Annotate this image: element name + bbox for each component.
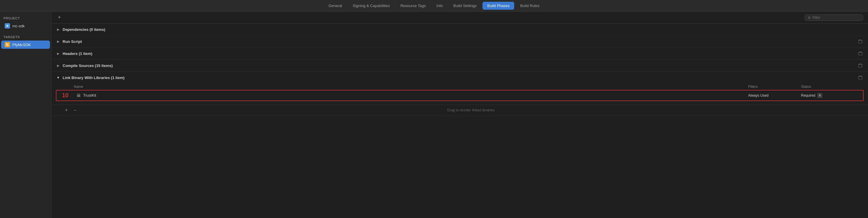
sidebar-item-project[interactable]: mc-sdk	[1, 22, 50, 30]
phase-link-binary: ▼ Link Binary With Libraries (1 item) Na…	[52, 72, 868, 116]
row-name-cell: 10 🏛 TrustKit	[62, 92, 748, 99]
tab-resource-tags[interactable]: Resource Tags	[396, 2, 431, 10]
phase-compile-sources-title: Compile Sources (15 items)	[63, 63, 113, 68]
library-icon: 🏛	[77, 93, 81, 98]
link-binary-footer: + − Drag to reorder linked binaries	[52, 104, 868, 116]
delete-headers-button[interactable]	[858, 51, 863, 56]
row-filters-cell: Always Used	[748, 93, 801, 97]
drag-hint-text: Drag to reorder linked binaries	[79, 108, 863, 112]
phase-compile-title-row: ▶ Compile Sources (15 items)	[56, 63, 113, 68]
phase-dependencies-header[interactable]: ▶ Dependencies (0 items)	[52, 24, 868, 35]
project-name: mc-sdk	[12, 24, 25, 28]
tab-build-settings[interactable]: Build Settings	[449, 2, 482, 10]
phase-dependencies-title-row: ▶ Dependencies (0 items)	[56, 27, 105, 32]
phase-compile-sources: ▶ Compile Sources (15 items)	[52, 60, 868, 72]
status-chevron-icon[interactable]: ⇅	[817, 93, 823, 98]
chevron-right-icon-4: ▶	[56, 64, 60, 68]
targets-section-label: TARGETS	[0, 34, 51, 40]
add-library-button[interactable]: +	[63, 107, 70, 114]
link-binary-table-header: Name Filters Status	[56, 84, 863, 90]
svg-rect-2	[859, 40, 862, 43]
project-icon	[5, 23, 10, 29]
link-binary-table-row[interactable]: 10 🏛 TrustKit Always Used Required ⇅	[56, 90, 863, 101]
filter-input[interactable]	[812, 15, 854, 20]
link-binary-content: Name Filters Status 10 🏛 TrustKit Always…	[52, 84, 868, 103]
content-header: + ⊙	[52, 12, 868, 24]
target-icon: 🏗	[5, 42, 10, 47]
tab-build-phases[interactable]: Build Phases	[483, 2, 514, 10]
add-phase-button[interactable]: +	[56, 14, 63, 21]
phase-run-script: ▶ Run Script	[52, 36, 868, 48]
tab-signing[interactable]: Signing & Capabilities	[348, 2, 394, 10]
phase-link-binary-title: Link Binary With Libraries (1 item)	[63, 75, 125, 80]
row-status-cell: Required ⇅	[801, 93, 854, 98]
svg-rect-6	[859, 64, 862, 67]
phase-run-script-title: Run Script	[63, 39, 82, 44]
footer-buttons: + −	[63, 107, 79, 114]
sidebar-item-target[interactable]: 🏗 PfyMcSDK	[1, 40, 50, 49]
delete-link-binary-button[interactable]	[858, 74, 863, 81]
phase-headers-header[interactable]: ▶ Headers (1 item)	[52, 48, 868, 59]
phase-compile-sources-header[interactable]: ▶ Compile Sources (15 items)	[52, 60, 868, 71]
content-area: + ⊙ ▶ Dependencies (0 items) ▶ Run Scrip…	[52, 12, 868, 218]
filter-icon: ⊙	[808, 15, 811, 20]
chevron-right-icon: ▶	[56, 28, 60, 31]
col-name-header: Name	[74, 85, 748, 89]
svg-rect-1	[6, 25, 8, 27]
row-library-name: TrustKit	[83, 93, 96, 97]
chevron-down-icon: ▼	[56, 76, 60, 79]
phase-headers: ▶ Headers (1 item)	[52, 48, 868, 60]
main-layout: PROJECT mc-sdk TARGETS 🏗 PfyMcSDK + ⊙	[0, 12, 868, 218]
phase-headers-title: Headers (1 item)	[63, 52, 92, 56]
svg-rect-4	[859, 52, 862, 55]
phase-run-script-title-row: ▶ Run Script	[56, 39, 82, 44]
tab-bar: General Signing & Capabilities Resource …	[0, 0, 868, 12]
phase-dependencies: ▶ Dependencies (0 items)	[52, 24, 868, 36]
project-section-label: PROJECT	[0, 15, 51, 22]
col-filters-header: Filters	[748, 85, 801, 89]
delete-run-script-button[interactable]	[858, 38, 863, 44]
phase-run-script-header[interactable]: ▶ Run Script	[52, 36, 868, 47]
phase-dependencies-title: Dependencies (0 items)	[63, 27, 105, 32]
svg-rect-8	[859, 76, 862, 79]
remove-library-button[interactable]: −	[72, 107, 79, 114]
filter-container: ⊙	[805, 14, 863, 21]
phase-link-binary-title-row: ▼ Link Binary With Libraries (1 item)	[56, 75, 125, 80]
status-text: Required	[801, 93, 815, 97]
target-name: PfyMcSDK	[12, 42, 31, 47]
tab-info[interactable]: Info	[432, 2, 447, 10]
phase-headers-title-row: ▶ Headers (1 item)	[56, 52, 92, 56]
col-status-header: Status	[801, 85, 854, 89]
delete-compile-sources-button[interactable]	[858, 63, 863, 68]
sidebar: PROJECT mc-sdk TARGETS 🏗 PfyMcSDK	[0, 12, 52, 218]
row-number: 10	[62, 92, 71, 99]
chevron-right-icon-3: ▶	[56, 52, 60, 56]
tab-general[interactable]: General	[324, 2, 347, 10]
phase-link-binary-header[interactable]: ▼ Link Binary With Libraries (1 item)	[52, 72, 868, 84]
chevron-right-icon-2: ▶	[56, 40, 60, 43]
tab-build-rules[interactable]: Build Rules	[516, 2, 544, 10]
